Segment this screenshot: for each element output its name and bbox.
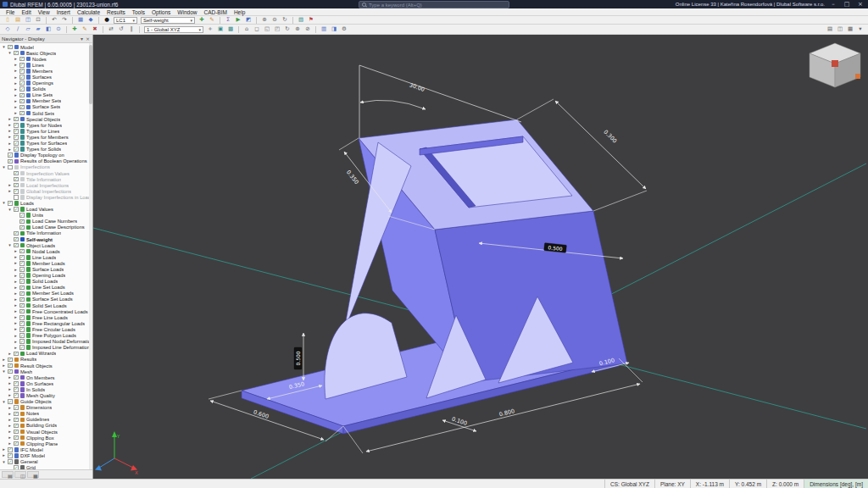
tree-item[interactable]: ▸✓In Solids: [0, 386, 92, 392]
display-settings-button[interactable]: ⚙: [340, 25, 348, 33]
tree-item[interactable]: ▸✓On Members: [0, 374, 92, 380]
tree-expand-icon[interactable]: ▸: [14, 314, 18, 320]
tree-expand-icon[interactable]: ▸: [14, 302, 18, 308]
menu-view[interactable]: View: [35, 8, 53, 16]
tree-expand-icon[interactable]: ▸: [8, 417, 12, 423]
tree-expand-icon[interactable]: ▸: [8, 182, 12, 188]
tree-item[interactable]: ✓Title Information: [0, 176, 92, 182]
tree-expand-icon[interactable]: ▸: [14, 339, 18, 345]
tree-item[interactable]: ▸✓Member Sets: [0, 98, 92, 104]
tree-expand-icon[interactable]: ▸: [8, 429, 12, 435]
tree-checkbox[interactable]: ✓: [19, 57, 25, 62]
tree-expand-icon[interactable]: ▸: [8, 128, 12, 134]
tree-item[interactable]: ✓Units: [0, 213, 92, 219]
tree-item[interactable]: ▸✓Special Objects: [0, 116, 92, 122]
tree-expand-icon[interactable]: ▸: [14, 285, 18, 291]
tree-item[interactable]: ✓Load Case Numbers: [0, 219, 92, 225]
tree-checkbox[interactable]: ✓: [14, 129, 19, 134]
tree-expand-icon[interactable]: ▸: [8, 351, 12, 357]
tree-item[interactable]: ✓Results of Boolean Operations: [0, 158, 92, 164]
tree-checkbox[interactable]: ✓: [14, 171, 19, 176]
view-in-y-button[interactable]: ◱: [263, 25, 271, 33]
tree-checkbox[interactable]: ✓: [14, 465, 19, 469]
edit-load-case-button[interactable]: ✎: [208, 16, 216, 24]
tree-item[interactable]: ▾✓Guide Objects: [0, 399, 92, 405]
tree-expand-icon[interactable]: ▸: [8, 435, 12, 441]
tree-checkbox[interactable]: [14, 195, 19, 200]
tree-checkbox[interactable]: ✓: [19, 339, 25, 344]
tree-expand-icon[interactable]: ▸: [14, 68, 18, 74]
rotate-view-button[interactable]: ↻: [283, 25, 292, 33]
insert-solid-button[interactable]: ◧: [44, 25, 53, 33]
tree-item[interactable]: ▸✓Imposed Nodal Deformatio...: [0, 339, 92, 345]
run-calculation-button[interactable]: ▶: [234, 16, 242, 24]
tree-checkbox[interactable]: ✓: [14, 51, 19, 56]
tree-item[interactable]: ▸✓Line Set Loads: [0, 285, 92, 291]
tree-checkbox[interactable]: ✓: [14, 177, 19, 182]
tree-expand-icon[interactable]: ▾: [8, 50, 12, 56]
tree-checkbox[interactable]: ✓: [8, 363, 13, 369]
tree-expand-icon[interactable]: ▸: [14, 297, 18, 302]
tree-checkbox[interactable]: ✓: [14, 231, 19, 236]
tree-expand-icon[interactable]: ▸: [14, 279, 18, 285]
tables-button[interactable]: ▦: [76, 16, 85, 24]
tree-checkbox[interactable]: ✓: [14, 237, 19, 242]
menu-insert[interactable]: Insert: [53, 8, 74, 16]
tree-checkbox[interactable]: ✓: [14, 243, 19, 248]
tree-expand-icon[interactable]: ▸: [14, 75, 18, 80]
tree-checkbox[interactable]: ✓: [19, 249, 25, 254]
tree-item[interactable]: ▸✓Types for Lines: [0, 128, 92, 134]
print-button[interactable]: ⊡: [34, 16, 42, 24]
dimension-label[interactable]: 0.350: [345, 169, 360, 186]
tree-checkbox[interactable]: ✓: [19, 286, 25, 291]
visibility-by-window-button[interactable]: ▥: [320, 25, 328, 33]
tree-item[interactable]: ▸✓Solids: [0, 86, 92, 92]
tree-checkbox[interactable]: ✓: [19, 93, 25, 98]
tree-checkbox[interactable]: ✓: [14, 430, 19, 435]
tree-checkbox[interactable]: ✓: [14, 441, 19, 446]
view-in-z-button[interactable]: ◰: [273, 25, 281, 33]
tree-item[interactable]: ▸✓Building Grids: [0, 423, 92, 429]
show-results-button[interactable]: ◩: [244, 16, 253, 24]
visibility-by-object-button[interactable]: ◨: [330, 25, 338, 33]
tree-expand-icon[interactable]: ▸: [14, 308, 18, 314]
tree-expand-icon[interactable]: ▸: [8, 141, 12, 147]
tree-checkbox[interactable]: ✓: [19, 105, 25, 110]
dimension-label[interactable]: 30.00: [409, 81, 426, 93]
tree-checkbox[interactable]: ✓: [19, 80, 25, 86]
navigator-tab-views[interactable]: ▦: [27, 471, 39, 478]
minimize-button[interactable]: –: [828, 0, 838, 8]
tree-checkbox[interactable]: ✓: [8, 453, 13, 458]
refresh-view-button[interactable]: ↻: [281, 16, 289, 24]
redo-button[interactable]: ↷: [60, 16, 69, 24]
tree-expand-icon[interactable]: ▸: [14, 333, 18, 339]
tree-item[interactable]: ✓Self-weight: [0, 236, 92, 242]
panel-toggle-1-button[interactable]: ▤: [826, 25, 834, 33]
tree-checkbox[interactable]: ✓: [8, 152, 13, 158]
tree-checkbox[interactable]: ✓: [14, 381, 19, 386]
tree-checkbox[interactable]: ✓: [19, 213, 25, 218]
dimension-label[interactable]: 0.600: [253, 408, 270, 420]
tree-expand-icon[interactable]: ▸: [2, 357, 6, 363]
load-case-name-combo[interactable]: Self-weight▾: [141, 17, 195, 24]
tree-item[interactable]: ▸✓Solid Set Loads: [0, 302, 92, 308]
move-copy-button[interactable]: ⇄: [107, 25, 115, 33]
mirror-button[interactable]: ∥: [127, 25, 136, 33]
tree-item[interactable]: ▾Imperfections: [0, 164, 92, 170]
tree-item[interactable]: ▾✓Load Values: [0, 207, 92, 213]
open-model-button[interactable]: ▤: [14, 16, 22, 24]
tree-checkbox[interactable]: [8, 165, 13, 170]
tree-checkbox[interactable]: ✓: [14, 412, 19, 417]
tree-checkbox[interactable]: ✓: [8, 447, 13, 452]
menu-tools[interactable]: Tools: [129, 8, 148, 16]
tree-item[interactable]: ▸✓Surfaces: [0, 74, 92, 80]
add-object-button[interactable]: ✚: [70, 25, 79, 33]
tree-expand-icon[interactable]: ▾: [8, 242, 12, 248]
panel-toggle-3-button[interactable]: ▦: [846, 25, 854, 33]
tree-item[interactable]: ▾✓General: [0, 458, 92, 464]
close-button[interactable]: ×: [855, 0, 865, 8]
tree-expand-icon[interactable]: ▸: [14, 62, 18, 68]
tree-expand-icon[interactable]: ▸: [8, 423, 12, 429]
tree-expand-icon[interactable]: ▸: [8, 134, 12, 140]
search-box[interactable]: Type a keyword (Alt+Q): [359, 1, 509, 8]
